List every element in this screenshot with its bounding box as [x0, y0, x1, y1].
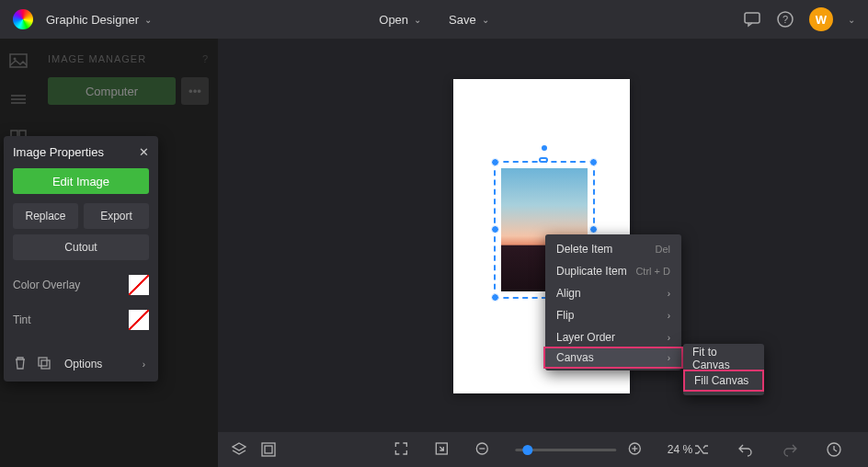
layers-icon[interactable] [231, 441, 247, 458]
chevron-right-icon: › [668, 333, 670, 343]
bottombar: 24 % [218, 432, 868, 467]
history-icon[interactable] [826, 441, 842, 458]
resize-handle-tr[interactable] [589, 158, 598, 166]
ctx-canvas[interactable]: Canvas › [543, 347, 683, 369]
chevron-right-icon: › [668, 289, 670, 299]
help-icon[interactable]: ? [202, 53, 209, 64]
resize-handle-mr[interactable] [589, 225, 598, 234]
image-properties-panel: Image Properties ✕ Edit Image Replace Ex… [4, 136, 158, 382]
app-mode-dropdown[interactable]: Graphic Designer ⌄ [46, 13, 152, 27]
ctx-delete-item[interactable]: Delete Item Del [545, 238, 681, 260]
ctx-duplicate-item[interactable]: Duplicate Item Ctrl + D [545, 260, 681, 282]
fill-canvas[interactable]: Fill Canvas [683, 370, 764, 392]
shuffle-icon[interactable] [693, 441, 710, 458]
color-overlay-swatch[interactable] [129, 275, 149, 295]
svg-rect-12 [41, 360, 50, 369]
svg-rect-0 [745, 13, 760, 23]
resize-handle-ml[interactable] [491, 225, 499, 234]
topbar: Graphic Designer ⌄ Open⌄ Save⌄ ? W ⌄ [0, 0, 868, 39]
chevron-right-icon: › [668, 353, 670, 363]
svg-rect-14 [265, 446, 272, 453]
canvas-area[interactable] [218, 39, 868, 432]
help-icon[interactable]: ? [776, 10, 794, 28]
svg-rect-3 [10, 54, 27, 67]
resize-handle-bl[interactable] [491, 293, 499, 302]
open-menu[interactable]: Open⌄ [379, 13, 421, 27]
canvas-settings-icon[interactable] [260, 441, 277, 458]
close-icon[interactable]: ✕ [139, 145, 149, 159]
actual-size-icon[interactable] [434, 441, 451, 458]
duplicate-icon[interactable] [37, 356, 53, 372]
color-overlay-label: Color Overlay [13, 279, 80, 291]
export-button[interactable]: Export [84, 203, 149, 229]
avatar[interactable]: W [809, 7, 833, 31]
cutout-button[interactable]: Cutout [13, 234, 149, 260]
ctx-flip[interactable]: Flip › [545, 304, 681, 326]
app-logo[interactable] [13, 9, 33, 29]
options-button[interactable]: Options › [61, 358, 149, 370]
top-edge-handle[interactable] [539, 157, 548, 163]
context-menu: Delete Item Del Duplicate Item Ctrl + D … [545, 234, 681, 370]
replace-button[interactable]: Replace [13, 203, 78, 229]
tint-label: Tint [13, 313, 31, 326]
lines-tool-icon[interactable] [9, 90, 29, 110]
zoom-slider[interactable] [515, 449, 616, 451]
fit-to-canvas[interactable]: Fit to Canvas [683, 347, 764, 370]
chevron-down-icon[interactable]: ⌄ [848, 15, 855, 25]
image-tool-icon[interactable] [9, 51, 29, 72]
resize-handle-tl[interactable] [491, 158, 499, 166]
chevron-down-icon: ⌄ [482, 15, 489, 25]
chevron-down-icon: ⌄ [144, 15, 152, 25]
zoom-in-icon[interactable] [627, 441, 644, 458]
canvas-submenu: Fit to Canvas Fill Canvas [683, 344, 764, 395]
svg-rect-13 [262, 443, 275, 456]
chevron-down-icon: ⌄ [414, 15, 421, 25]
svg-rect-11 [39, 358, 47, 366]
computer-button[interactable]: Computer [48, 77, 176, 105]
more-options-button[interactable]: ••• [181, 77, 209, 105]
ctx-layer-order[interactable]: Layer Order › [545, 326, 681, 348]
redo-icon[interactable] [782, 441, 798, 458]
edit-image-button[interactable]: Edit Image [13, 168, 149, 194]
panel-title: IMAGE MANAGER [48, 53, 146, 64]
svg-text:?: ? [782, 14, 788, 25]
rotate-handle[interactable] [540, 143, 549, 153]
chevron-right-icon: › [668, 311, 670, 321]
save-menu[interactable]: Save⌄ [449, 13, 489, 27]
trash-icon[interactable] [13, 356, 29, 372]
app-mode-label: Graphic Designer [46, 13, 139, 27]
chevron-right-icon: › [143, 359, 145, 370]
zoom-slider-knob[interactable] [522, 445, 532, 455]
ctx-align[interactable]: Align › [545, 282, 681, 304]
tint-swatch[interactable] [129, 310, 149, 330]
zoom-out-icon[interactable] [474, 441, 491, 458]
undo-icon[interactable] [737, 441, 754, 458]
zoom-percentage[interactable]: 24 % [668, 443, 692, 456]
fit-screen-icon[interactable] [394, 441, 410, 458]
comment-icon[interactable] [743, 10, 761, 28]
svg-point-4 [14, 58, 17, 61]
panel-title: Image Properties [13, 145, 104, 159]
